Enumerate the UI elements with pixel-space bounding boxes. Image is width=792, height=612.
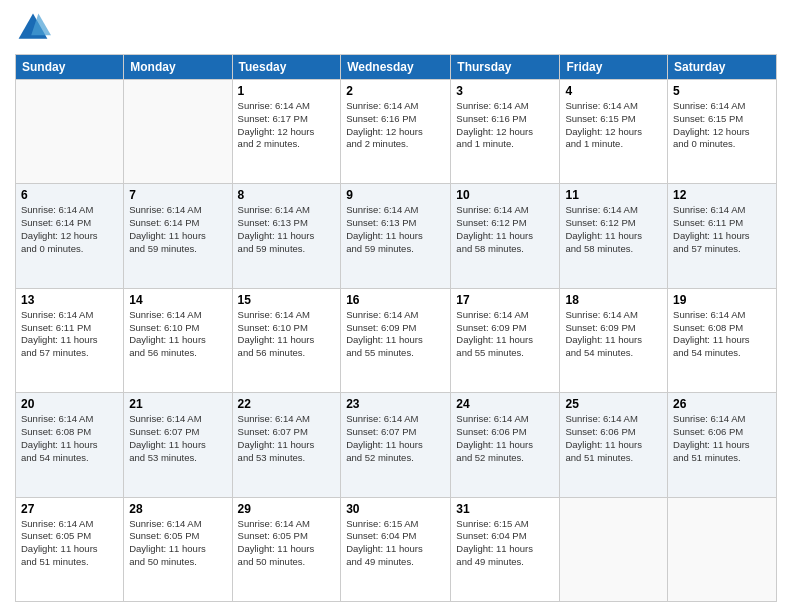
calendar-cell: 16Sunrise: 6:14 AM Sunset: 6:09 PM Dayli…: [341, 288, 451, 392]
day-number: 13: [21, 293, 118, 307]
logo-icon: [15, 10, 51, 46]
calendar-cell: 31Sunrise: 6:15 AM Sunset: 6:04 PM Dayli…: [451, 497, 560, 601]
day-info: Sunrise: 6:14 AM Sunset: 6:09 PM Dayligh…: [456, 309, 554, 360]
day-info: Sunrise: 6:14 AM Sunset: 6:07 PM Dayligh…: [346, 413, 445, 464]
calendar-cell: 28Sunrise: 6:14 AM Sunset: 6:05 PM Dayli…: [124, 497, 232, 601]
day-number: 5: [673, 84, 771, 98]
day-number: 2: [346, 84, 445, 98]
day-info: Sunrise: 6:15 AM Sunset: 6:04 PM Dayligh…: [346, 518, 445, 569]
day-number: 29: [238, 502, 336, 516]
day-number: 4: [565, 84, 662, 98]
day-info: Sunrise: 6:14 AM Sunset: 6:06 PM Dayligh…: [673, 413, 771, 464]
calendar-cell: 17Sunrise: 6:14 AM Sunset: 6:09 PM Dayli…: [451, 288, 560, 392]
day-header-saturday: Saturday: [668, 55, 777, 80]
day-number: 19: [673, 293, 771, 307]
calendar-week-row: 6Sunrise: 6:14 AM Sunset: 6:14 PM Daylig…: [16, 184, 777, 288]
day-number: 7: [129, 188, 226, 202]
calendar-cell: 10Sunrise: 6:14 AM Sunset: 6:12 PM Dayli…: [451, 184, 560, 288]
day-number: 16: [346, 293, 445, 307]
calendar-cell: 23Sunrise: 6:14 AM Sunset: 6:07 PM Dayli…: [341, 393, 451, 497]
day-number: 28: [129, 502, 226, 516]
calendar-cell: 26Sunrise: 6:14 AM Sunset: 6:06 PM Dayli…: [668, 393, 777, 497]
calendar-cell: 22Sunrise: 6:14 AM Sunset: 6:07 PM Dayli…: [232, 393, 341, 497]
calendar-cell: 11Sunrise: 6:14 AM Sunset: 6:12 PM Dayli…: [560, 184, 668, 288]
day-number: 24: [456, 397, 554, 411]
calendar-week-row: 13Sunrise: 6:14 AM Sunset: 6:11 PM Dayli…: [16, 288, 777, 392]
day-header-friday: Friday: [560, 55, 668, 80]
day-number: 8: [238, 188, 336, 202]
calendar-cell: 30Sunrise: 6:15 AM Sunset: 6:04 PM Dayli…: [341, 497, 451, 601]
calendar-cell: 7Sunrise: 6:14 AM Sunset: 6:14 PM Daylig…: [124, 184, 232, 288]
day-number: 26: [673, 397, 771, 411]
day-info: Sunrise: 6:14 AM Sunset: 6:05 PM Dayligh…: [238, 518, 336, 569]
day-number: 11: [565, 188, 662, 202]
calendar-cell: 3Sunrise: 6:14 AM Sunset: 6:16 PM Daylig…: [451, 80, 560, 184]
page: SundayMondayTuesdayWednesdayThursdayFrid…: [0, 0, 792, 612]
day-number: 27: [21, 502, 118, 516]
calendar-cell: 20Sunrise: 6:14 AM Sunset: 6:08 PM Dayli…: [16, 393, 124, 497]
day-number: 18: [565, 293, 662, 307]
calendar-header-row: SundayMondayTuesdayWednesdayThursdayFrid…: [16, 55, 777, 80]
calendar-cell: 18Sunrise: 6:14 AM Sunset: 6:09 PM Dayli…: [560, 288, 668, 392]
calendar-cell: 9Sunrise: 6:14 AM Sunset: 6:13 PM Daylig…: [341, 184, 451, 288]
calendar-cell: 29Sunrise: 6:14 AM Sunset: 6:05 PM Dayli…: [232, 497, 341, 601]
day-info: Sunrise: 6:14 AM Sunset: 6:16 PM Dayligh…: [346, 100, 445, 151]
day-number: 14: [129, 293, 226, 307]
day-header-wednesday: Wednesday: [341, 55, 451, 80]
day-header-sunday: Sunday: [16, 55, 124, 80]
calendar-week-row: 27Sunrise: 6:14 AM Sunset: 6:05 PM Dayli…: [16, 497, 777, 601]
day-info: Sunrise: 6:14 AM Sunset: 6:14 PM Dayligh…: [129, 204, 226, 255]
calendar-cell: 19Sunrise: 6:14 AM Sunset: 6:08 PM Dayli…: [668, 288, 777, 392]
day-info: Sunrise: 6:14 AM Sunset: 6:12 PM Dayligh…: [456, 204, 554, 255]
calendar-cell: 13Sunrise: 6:14 AM Sunset: 6:11 PM Dayli…: [16, 288, 124, 392]
calendar-table: SundayMondayTuesdayWednesdayThursdayFrid…: [15, 54, 777, 602]
day-info: Sunrise: 6:14 AM Sunset: 6:05 PM Dayligh…: [129, 518, 226, 569]
day-info: Sunrise: 6:14 AM Sunset: 6:06 PM Dayligh…: [456, 413, 554, 464]
day-number: 22: [238, 397, 336, 411]
day-number: 12: [673, 188, 771, 202]
calendar-cell: 4Sunrise: 6:14 AM Sunset: 6:15 PM Daylig…: [560, 80, 668, 184]
day-number: 20: [21, 397, 118, 411]
day-number: 9: [346, 188, 445, 202]
day-info: Sunrise: 6:14 AM Sunset: 6:09 PM Dayligh…: [346, 309, 445, 360]
calendar-cell: [16, 80, 124, 184]
day-info: Sunrise: 6:14 AM Sunset: 6:07 PM Dayligh…: [129, 413, 226, 464]
day-number: 10: [456, 188, 554, 202]
day-info: Sunrise: 6:14 AM Sunset: 6:11 PM Dayligh…: [21, 309, 118, 360]
calendar-cell: 24Sunrise: 6:14 AM Sunset: 6:06 PM Dayli…: [451, 393, 560, 497]
calendar-week-row: 1Sunrise: 6:14 AM Sunset: 6:17 PM Daylig…: [16, 80, 777, 184]
calendar-cell: 15Sunrise: 6:14 AM Sunset: 6:10 PM Dayli…: [232, 288, 341, 392]
day-info: Sunrise: 6:14 AM Sunset: 6:05 PM Dayligh…: [21, 518, 118, 569]
day-number: 25: [565, 397, 662, 411]
day-header-monday: Monday: [124, 55, 232, 80]
calendar-cell: 21Sunrise: 6:14 AM Sunset: 6:07 PM Dayli…: [124, 393, 232, 497]
calendar-cell: 5Sunrise: 6:14 AM Sunset: 6:15 PM Daylig…: [668, 80, 777, 184]
calendar-cell: 1Sunrise: 6:14 AM Sunset: 6:17 PM Daylig…: [232, 80, 341, 184]
day-info: Sunrise: 6:14 AM Sunset: 6:10 PM Dayligh…: [129, 309, 226, 360]
day-info: Sunrise: 6:14 AM Sunset: 6:09 PM Dayligh…: [565, 309, 662, 360]
day-info: Sunrise: 6:14 AM Sunset: 6:17 PM Dayligh…: [238, 100, 336, 151]
day-header-thursday: Thursday: [451, 55, 560, 80]
day-number: 15: [238, 293, 336, 307]
day-number: 23: [346, 397, 445, 411]
day-info: Sunrise: 6:14 AM Sunset: 6:13 PM Dayligh…: [346, 204, 445, 255]
calendar-cell: [560, 497, 668, 601]
day-info: Sunrise: 6:14 AM Sunset: 6:15 PM Dayligh…: [565, 100, 662, 151]
calendar-cell: [124, 80, 232, 184]
day-info: Sunrise: 6:15 AM Sunset: 6:04 PM Dayligh…: [456, 518, 554, 569]
day-info: Sunrise: 6:14 AM Sunset: 6:16 PM Dayligh…: [456, 100, 554, 151]
day-info: Sunrise: 6:14 AM Sunset: 6:07 PM Dayligh…: [238, 413, 336, 464]
day-number: 1: [238, 84, 336, 98]
calendar-cell: 2Sunrise: 6:14 AM Sunset: 6:16 PM Daylig…: [341, 80, 451, 184]
logo: [15, 10, 55, 46]
calendar-cell: 8Sunrise: 6:14 AM Sunset: 6:13 PM Daylig…: [232, 184, 341, 288]
calendar-cell: 14Sunrise: 6:14 AM Sunset: 6:10 PM Dayli…: [124, 288, 232, 392]
day-info: Sunrise: 6:14 AM Sunset: 6:06 PM Dayligh…: [565, 413, 662, 464]
day-info: Sunrise: 6:14 AM Sunset: 6:08 PM Dayligh…: [21, 413, 118, 464]
calendar-cell: 27Sunrise: 6:14 AM Sunset: 6:05 PM Dayli…: [16, 497, 124, 601]
calendar-cell: [668, 497, 777, 601]
header: [15, 10, 777, 46]
day-number: 31: [456, 502, 554, 516]
calendar-cell: 6Sunrise: 6:14 AM Sunset: 6:14 PM Daylig…: [16, 184, 124, 288]
day-info: Sunrise: 6:14 AM Sunset: 6:14 PM Dayligh…: [21, 204, 118, 255]
